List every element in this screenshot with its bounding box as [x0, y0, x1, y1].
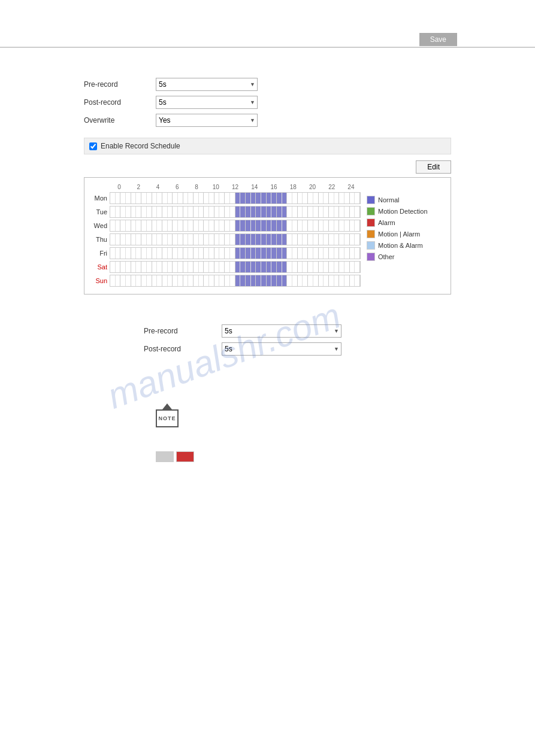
cell[interactable] [308, 220, 313, 231]
cell[interactable] [178, 234, 183, 245]
cell[interactable] [251, 248, 256, 259]
cell[interactable] [204, 234, 209, 245]
cell[interactable] [308, 193, 313, 204]
cell[interactable] [116, 207, 121, 217]
cell[interactable] [204, 262, 209, 272]
cell[interactable] [246, 207, 251, 217]
cell[interactable] [298, 262, 303, 272]
pre-record-select-wrapper[interactable]: 5s 10s 15s 20s [156, 78, 258, 91]
cell[interactable] [298, 207, 303, 217]
cell[interactable] [355, 248, 360, 259]
cell[interactable] [303, 262, 308, 272]
cell[interactable] [225, 262, 230, 272]
cell[interactable] [334, 262, 340, 272]
cell[interactable] [136, 220, 141, 231]
grid-cells-tue[interactable] [110, 206, 361, 218]
cell[interactable] [240, 193, 246, 204]
cell[interactable] [183, 207, 189, 217]
cell[interactable] [209, 193, 214, 204]
cell[interactable] [334, 193, 340, 204]
cell[interactable] [319, 275, 324, 286]
cell[interactable] [126, 193, 131, 204]
cell[interactable] [157, 275, 162, 286]
cell[interactable] [235, 220, 241, 231]
cell[interactable] [219, 193, 225, 204]
cell[interactable] [141, 193, 147, 204]
cell[interactable] [350, 275, 355, 286]
cell[interactable] [303, 275, 308, 286]
cell[interactable] [120, 275, 126, 286]
cell[interactable] [116, 234, 121, 245]
post-record-select[interactable]: 5s 10s 15s 20s [156, 96, 258, 109]
cell[interactable] [110, 262, 116, 272]
cell[interactable] [120, 234, 126, 245]
save-button[interactable]: Save [419, 33, 457, 46]
cell[interactable] [194, 275, 199, 286]
cell[interactable] [267, 275, 272, 286]
cell[interactable] [303, 220, 308, 231]
cell[interactable] [251, 262, 256, 272]
cell[interactable] [355, 275, 360, 286]
cell[interactable] [183, 234, 189, 245]
cell[interactable] [162, 234, 168, 245]
cell[interactable] [225, 220, 230, 231]
cell[interactable] [199, 207, 204, 217]
cell[interactable] [334, 275, 340, 286]
cell[interactable] [110, 207, 116, 217]
cell[interactable] [162, 220, 168, 231]
cell[interactable] [246, 193, 251, 204]
cell[interactable] [324, 248, 329, 259]
cell[interactable] [319, 248, 324, 259]
cell[interactable] [173, 193, 178, 204]
cell[interactable] [204, 207, 209, 217]
cell[interactable] [147, 220, 152, 231]
cell[interactable] [267, 207, 272, 217]
cell[interactable] [204, 275, 209, 286]
cell[interactable] [308, 207, 313, 217]
cell[interactable] [147, 275, 152, 286]
cell[interactable] [230, 275, 235, 286]
cell[interactable] [219, 275, 225, 286]
cell[interactable] [235, 262, 241, 272]
cell[interactable] [287, 193, 292, 204]
cell[interactable] [209, 275, 214, 286]
cell[interactable] [188, 248, 194, 259]
grid-cells-sat[interactable] [110, 261, 361, 273]
edit-button[interactable]: Edit [416, 160, 451, 174]
cell[interactable] [292, 193, 298, 204]
cell[interactable] [282, 220, 288, 231]
cell[interactable] [256, 248, 261, 259]
cell[interactable] [240, 234, 246, 245]
cell[interactable] [277, 220, 282, 231]
cell[interactable] [110, 234, 116, 245]
cell[interactable] [188, 234, 194, 245]
cell[interactable] [324, 220, 329, 231]
enable-schedule-checkbox[interactable] [89, 142, 97, 150]
cell[interactable] [152, 193, 158, 204]
cell[interactable] [225, 207, 230, 217]
cell[interactable] [141, 207, 147, 217]
cell[interactable] [188, 220, 194, 231]
cell[interactable] [256, 193, 261, 204]
cell[interactable] [178, 248, 183, 259]
cell[interactable] [219, 248, 225, 259]
cell[interactable] [214, 262, 220, 272]
cell[interactable] [168, 262, 173, 272]
cell[interactable] [261, 234, 267, 245]
cell[interactable] [282, 248, 288, 259]
cell[interactable] [120, 207, 126, 217]
cell[interactable] [308, 262, 313, 272]
cell[interactable] [240, 248, 246, 259]
cell[interactable] [308, 248, 313, 259]
cell[interactable] [246, 275, 251, 286]
cell[interactable] [173, 220, 178, 231]
cell[interactable] [324, 234, 329, 245]
cell[interactable] [209, 234, 214, 245]
cell[interactable] [131, 220, 137, 231]
cell[interactable] [178, 262, 183, 272]
cell[interactable] [152, 248, 158, 259]
cell[interactable] [194, 207, 199, 217]
cell[interactable] [183, 262, 189, 272]
cell[interactable] [199, 248, 204, 259]
cell[interactable] [214, 207, 220, 217]
